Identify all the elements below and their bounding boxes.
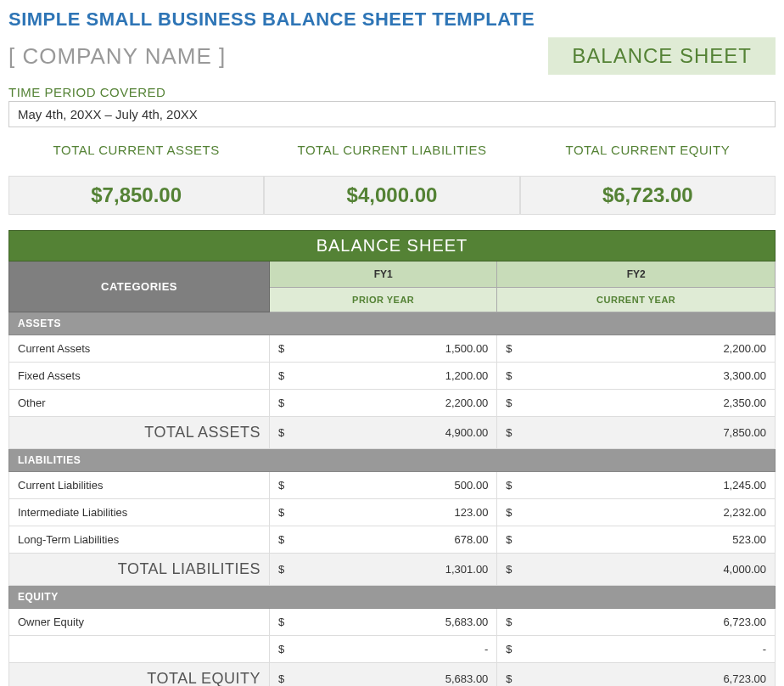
company-name[interactable]: [ COMPANY NAME ] — [8, 43, 226, 70]
table-row: Other $2,200.00 $2,350.00 — [9, 390, 776, 417]
liabilities-section: LIABILITIES — [9, 449, 776, 472]
period-label: TIME PERIOD COVERED — [8, 85, 776, 99]
total-liabilities-value: $4,000.00 — [265, 183, 518, 207]
prior-year-header: PRIOR YEAR — [270, 288, 497, 312]
money-cell: $5,683.00 — [270, 663, 497, 687]
total-liabilities-label: TOTAL CURRENT LIABILITIES — [264, 143, 519, 157]
row-label: Fixed Assets — [9, 363, 270, 390]
money-cell[interactable]: $1,245.00 — [497, 472, 776, 499]
row-label — [9, 636, 270, 663]
money-cell[interactable]: $- — [497, 636, 776, 663]
header-row: [ COMPANY NAME ] BALANCE SHEET — [8, 37, 776, 75]
document-title: SIMPLE SMALL BUSINESS BALANCE SHEET TEMP… — [8, 8, 776, 31]
money-cell[interactable]: $2,200.00 — [497, 335, 776, 363]
total-liabilities-row: TOTAL LIABILITIES $1,301.00 $4,000.00 — [9, 554, 776, 586]
table-row: Long-Term Liabilities $678.00 $523.00 — [9, 526, 776, 554]
balance-sheet-badge: BALANCE SHEET — [548, 37, 776, 75]
money-cell[interactable]: $678.00 — [270, 526, 497, 554]
summary-values: $7,850.00 $4,000.00 $6,723.00 — [8, 176, 776, 215]
categories-header: CATEGORIES — [9, 261, 270, 312]
table-row: Intermediate Liabilities $123.00 $2,232.… — [9, 499, 776, 526]
assets-section: ASSETS — [9, 312, 776, 335]
total-label: TOTAL LIABILITIES — [9, 554, 270, 586]
money-cell: $1,301.00 — [270, 554, 497, 586]
row-label: Long-Term Liabilities — [9, 526, 270, 554]
row-label: Current Liabilities — [9, 472, 270, 499]
money-cell[interactable]: $123.00 — [270, 499, 497, 526]
table-title: BALANCE SHEET — [9, 231, 776, 261]
money-cell[interactable]: $- — [270, 636, 497, 663]
money-cell: $4,900.00 — [270, 417, 497, 449]
table-row: $- $- — [9, 636, 776, 663]
money-cell[interactable]: $1,500.00 — [270, 335, 497, 363]
table-row: Current Assets $1,500.00 $2,200.00 — [9, 335, 776, 363]
equity-section: EQUITY — [9, 586, 776, 609]
total-assets-value: $7,850.00 — [9, 183, 263, 207]
row-label: Owner Equity — [9, 609, 270, 636]
money-cell[interactable]: $2,350.00 — [497, 390, 776, 417]
table-row: Owner Equity $5,683.00 $6,723.00 — [9, 609, 776, 636]
total-equity-label: TOTAL CURRENT EQUITY — [520, 143, 776, 157]
money-cell[interactable]: $500.00 — [270, 472, 497, 499]
row-label: Current Assets — [9, 335, 270, 363]
row-label: Intermediate Liabilities — [9, 499, 270, 526]
money-cell[interactable]: $1,200.00 — [270, 363, 497, 390]
money-cell[interactable]: $5,683.00 — [270, 609, 497, 636]
total-assets-row: TOTAL ASSETS $4,900.00 $7,850.00 — [9, 417, 776, 449]
money-cell[interactable]: $3,300.00 — [497, 363, 776, 390]
total-label: TOTAL EQUITY — [9, 663, 270, 687]
money-cell: $6,723.00 — [497, 663, 776, 687]
money-cell[interactable]: $523.00 — [497, 526, 776, 554]
fy2-header: FY2 — [497, 261, 776, 288]
table-row: Current Liabilities $500.00 $1,245.00 — [9, 472, 776, 499]
row-label: Other — [9, 390, 270, 417]
period-input[interactable]: May 4th, 20XX – July 4th, 20XX — [8, 101, 776, 127]
total-assets-label: TOTAL CURRENT ASSETS — [8, 143, 264, 157]
total-label: TOTAL ASSETS — [9, 417, 270, 449]
current-year-header: CURRENT YEAR — [497, 288, 776, 312]
balance-sheet-table: BALANCE SHEET CATEGORIES FY1 FY2 PRIOR Y… — [8, 230, 776, 686]
money-cell[interactable]: $2,232.00 — [497, 499, 776, 526]
table-row: Fixed Assets $1,200.00 $3,300.00 — [9, 363, 776, 390]
money-cell: $7,850.00 — [497, 417, 776, 449]
total-equity-value: $6,723.00 — [521, 183, 775, 207]
summary-labels: TOTAL CURRENT ASSETS TOTAL CURRENT LIABI… — [8, 143, 776, 160]
money-cell[interactable]: $6,723.00 — [497, 609, 776, 636]
money-cell[interactable]: $2,200.00 — [270, 390, 497, 417]
total-equity-row: TOTAL EQUITY $5,683.00 $6,723.00 — [9, 663, 776, 687]
money-cell: $4,000.00 — [497, 554, 776, 586]
fy1-header: FY1 — [270, 261, 497, 288]
